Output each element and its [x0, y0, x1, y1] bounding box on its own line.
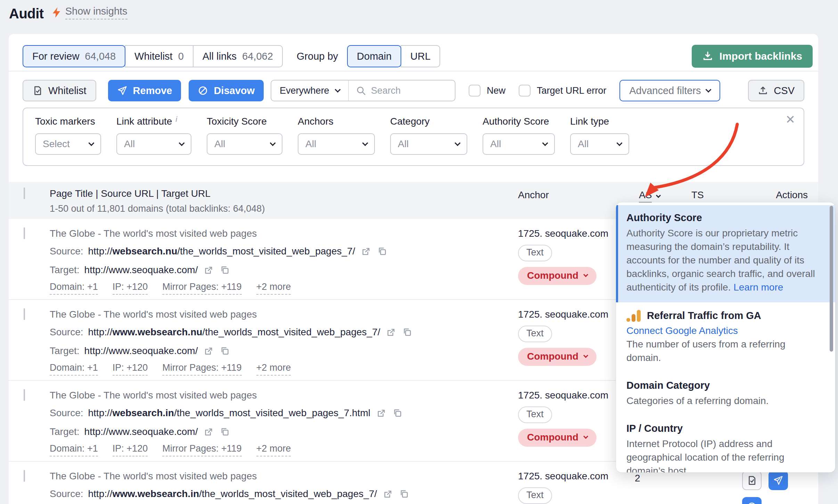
- meta-domain[interactable]: Domain: +1: [50, 443, 98, 456]
- chevron-down-icon: [656, 193, 661, 198]
- advanced-filters-button[interactable]: Advanced filters: [619, 80, 720, 101]
- show-insights-label: Show insights: [65, 6, 128, 19]
- source-url-line: Source: http://www.websearch.in/the_worl…: [50, 487, 509, 501]
- copy-icon[interactable]: [399, 489, 409, 499]
- copy-icon[interactable]: [402, 327, 412, 337]
- tab-all-links[interactable]: All links 64,062: [193, 45, 283, 67]
- authority-score-select[interactable]: All: [483, 133, 555, 155]
- filter-label: Anchors: [298, 116, 375, 127]
- import-backlinks-button[interactable]: Import backlinks: [692, 45, 813, 68]
- link-attribute-select[interactable]: All: [116, 133, 191, 155]
- remove-button[interactable]: Remove: [108, 80, 181, 101]
- info-icon[interactable]: i: [175, 116, 177, 123]
- anchor-text: 1725. seoquake.com: [518, 309, 608, 320]
- whitelist-button[interactable]: Whitelist: [23, 80, 96, 101]
- meta-mirror-pages[interactable]: Mirror Pages: +119: [162, 282, 241, 295]
- tooltip-section-referral-traffic: Referral Traffic from GA Connect Google …: [616, 302, 835, 373]
- meta-ip[interactable]: IP: +120: [113, 362, 148, 376]
- remove-action-button[interactable]: [769, 471, 788, 490]
- external-link-icon[interactable]: [386, 327, 396, 337]
- target-url-line: Target: http://www.seoquake.com/: [50, 344, 509, 358]
- row-checkbox[interactable]: [24, 470, 25, 482]
- lightning-icon: [51, 7, 62, 18]
- group-by-toggle: Domain URL: [347, 45, 440, 67]
- tooltip-scrollbar[interactable]: [830, 206, 833, 352]
- group-by-url[interactable]: URL: [401, 45, 440, 67]
- connect-google-analytics-link[interactable]: Connect Google Analytics: [626, 325, 738, 336]
- meta-mirror-pages[interactable]: Mirror Pages: +119: [162, 362, 241, 376]
- column-header-anchor[interactable]: Anchor: [509, 190, 623, 214]
- row-checkbox[interactable]: [24, 389, 25, 401]
- select-value: All: [124, 138, 135, 150]
- meta-ip[interactable]: IP: +120: [113, 282, 148, 295]
- column-header-as[interactable]: AS: [639, 190, 660, 203]
- tabs-row: For review 64,048 Whitelist 0 All links …: [9, 34, 818, 72]
- category-select[interactable]: All: [390, 133, 467, 155]
- toxic-markers-select[interactable]: Select: [35, 133, 101, 155]
- as-value: 2: [623, 471, 682, 504]
- new-filter-checkbox[interactable]: New: [469, 85, 506, 96]
- meta-more[interactable]: +2 more: [256, 282, 291, 295]
- copy-icon[interactable]: [220, 346, 230, 356]
- close-icon[interactable]: ✕: [786, 112, 796, 126]
- checkbox-icon[interactable]: [469, 85, 480, 96]
- tab-whitelist[interactable]: Whitelist 0: [125, 45, 194, 67]
- tooltip-section-domain-category: Domain Category Categories of a referrin…: [616, 373, 835, 416]
- copy-icon[interactable]: [220, 265, 230, 275]
- group-by-domain[interactable]: Domain: [347, 45, 401, 67]
- filter-label-text: Link attribute: [116, 116, 172, 127]
- whitelist-action-button[interactable]: [742, 471, 762, 490]
- target-url-line: Target: http://www.seoquake.com/: [50, 425, 509, 439]
- meta-domain[interactable]: Domain: +1: [50, 282, 98, 295]
- filters-panel: Toxic markers Select Link attribute i Al…: [23, 108, 804, 166]
- external-link-icon[interactable]: [204, 265, 214, 275]
- tooltip-section-ip-country: IP / Country Internet Protocol (IP) addr…: [616, 416, 835, 472]
- external-link-icon[interactable]: [204, 346, 214, 356]
- ts-value[interactable]: 100: [682, 471, 734, 504]
- document-check-icon: [32, 85, 43, 96]
- external-link-icon[interactable]: [377, 408, 386, 418]
- meta-more[interactable]: +2 more: [256, 362, 291, 376]
- row-checkbox[interactable]: [24, 308, 25, 320]
- compound-anchor-badge[interactable]: Compound: [518, 429, 597, 447]
- compound-anchor-badge[interactable]: Compound: [518, 348, 597, 366]
- filter-label: Link type: [570, 116, 629, 127]
- export-csv-button[interactable]: CSV: [748, 80, 804, 101]
- link-type-badge: Text: [518, 326, 552, 342]
- checkbox-icon[interactable]: [519, 85, 531, 96]
- advanced-filters-label: Advanced filters: [629, 85, 701, 96]
- search-scope-dropdown[interactable]: Everywhere: [271, 81, 349, 101]
- learn-more-link[interactable]: Learn more: [733, 282, 783, 293]
- select-value: All: [398, 138, 409, 150]
- show-insights-toggle[interactable]: Show insights: [51, 6, 128, 22]
- target-url-error-checkbox[interactable]: Target URL error: [519, 85, 606, 96]
- column-header-page-title[interactable]: Page Title | Source URL | Target URL: [50, 188, 509, 199]
- copy-icon[interactable]: [393, 408, 402, 418]
- meta-mirror-pages[interactable]: Mirror Pages: +119: [162, 443, 241, 456]
- meta-domain[interactable]: Domain: +1: [50, 362, 98, 376]
- toxicity-score-select[interactable]: All: [207, 133, 282, 155]
- copy-icon[interactable]: [220, 427, 230, 437]
- meta-more[interactable]: +2 more: [256, 443, 291, 456]
- search-input[interactable]: [371, 85, 448, 96]
- anchor-text: 1725. seoquake.com: [518, 390, 608, 401]
- row-page-title[interactable]: The Globe - The world's most visited web…: [50, 309, 509, 320]
- link-type-select[interactable]: All: [570, 133, 629, 155]
- disavow-button[interactable]: Disavow: [189, 80, 264, 101]
- disavow-action-button[interactable]: [742, 497, 762, 504]
- table-pagination-summary: 1-50 out of 11,801 domains (total backli…: [50, 203, 509, 214]
- tab-for-review[interactable]: For review 64,048: [23, 45, 125, 67]
- copy-icon[interactable]: [377, 246, 387, 256]
- row-page-title[interactable]: The Globe - The world's most visited web…: [50, 390, 509, 401]
- row-checkbox[interactable]: [24, 227, 25, 239]
- select-all-checkbox[interactable]: [24, 187, 25, 199]
- compound-anchor-badge[interactable]: Compound: [518, 267, 597, 285]
- row-meta: Domain: +1 IP: +120 Mirror Pages: +119 +…: [50, 362, 509, 376]
- meta-ip[interactable]: IP: +120: [113, 443, 148, 456]
- external-link-icon[interactable]: [204, 427, 214, 437]
- row-page-title[interactable]: The Globe - The world's most visited web…: [50, 471, 509, 482]
- row-page-title[interactable]: The Globe - The world's most visited web…: [50, 228, 509, 239]
- external-link-icon[interactable]: [361, 246, 371, 256]
- anchors-select[interactable]: All: [298, 133, 375, 155]
- external-link-icon[interactable]: [383, 489, 393, 499]
